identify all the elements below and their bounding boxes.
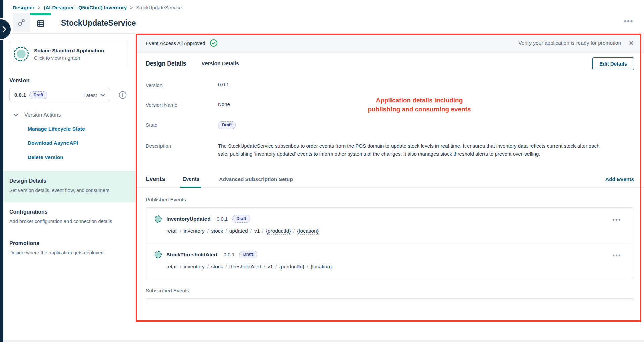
sidebar-item-promotions[interactable]: Promotions Decide where the application …	[3, 233, 136, 264]
published-event-row[interactable]: StockThresholdAlert0.0.1Draft•••retail/i…	[146, 243, 634, 279]
delete-version-link[interactable]: Delete Version	[28, 154, 136, 160]
topic-placeholder: {productId}	[279, 264, 304, 270]
event-icon	[155, 215, 162, 223]
view-tabs: StockUpdateService	[13, 13, 644, 32]
manage-lifecycle-state-link[interactable]: Manage Lifecycle State	[28, 126, 136, 132]
sidebar-item-title: Design Details	[9, 178, 126, 184]
page-bottom-strip	[3, 340, 644, 342]
event-menu-button[interactable]: •••	[612, 252, 622, 259]
close-icon[interactable]: ✕	[629, 39, 634, 47]
chevron-right-icon	[2, 26, 7, 33]
field-description: Description The StockUpdateService subsc…	[146, 142, 634, 158]
tab-graph-view[interactable]	[13, 13, 30, 32]
published-event-row[interactable]: InventoryUpdated0.0.1Draft•••retail/inve…	[146, 208, 634, 243]
plus-circle-icon	[118, 91, 127, 99]
subscribed-events-list	[146, 298, 634, 304]
sidebar-item-subtitle: Add broker configuration and connection …	[9, 218, 120, 225]
topic-segment: v1	[268, 264, 273, 269]
field-version: Version 0.0.1	[146, 82, 634, 88]
app-card-subtitle: Click to view in graph	[34, 55, 104, 61]
tab-advanced-subscription-setup[interactable]: Advanced Subscription Setup	[217, 171, 295, 187]
event-access-status: Event Access All Approved	[146, 40, 205, 46]
version-state-badge: Draft	[29, 91, 47, 99]
sidebar-item-title: Promotions	[9, 240, 126, 246]
event-state-badge: Draft	[232, 215, 250, 223]
tab-table-view[interactable]	[30, 13, 51, 32]
app-graph-card[interactable]: Solace Standard Application Click to vie…	[9, 41, 128, 67]
design-details-heading: Design Details	[146, 60, 186, 67]
topic-segment: inventory	[184, 228, 205, 234]
field-value: None	[218, 101, 230, 108]
version-dropdown[interactable]: 0.0.1 Draft Latest	[9, 88, 110, 102]
events-header: Events Events Advanced Subscription Setu…	[136, 171, 644, 188]
page-overflow-menu-button[interactable]: •••	[624, 17, 633, 25]
sidebar-item-configurations[interactable]: Configurations Add broker configuration …	[3, 202, 136, 233]
field-value: 0.0.1	[218, 82, 229, 88]
published-events-list: InventoryUpdated0.0.1Draft•••retail/inve…	[146, 207, 634, 279]
chevron-down-icon	[13, 114, 18, 117]
table-view-icon	[37, 19, 45, 28]
event-topic: retail/inventory/stock/thresholdAlert/v1…	[166, 264, 613, 270]
graph-view-icon	[17, 18, 26, 27]
event-name[interactable]: StockThresholdAlert	[166, 252, 217, 258]
description-text: The StockUpdateService subscribes to ord…	[218, 142, 609, 158]
download-asyncapi-link[interactable]: Download AsyncAPI	[28, 140, 136, 146]
topic-segment: retail	[166, 264, 178, 269]
version-actions-label: Version Actions	[24, 112, 61, 118]
chevron-down-icon	[100, 94, 105, 97]
tab-events[interactable]: Events	[180, 171, 201, 188]
designer-page: Designer > (AI-Designer - Q5uiChuf) Inve…	[0, 0, 644, 342]
add-events-button[interactable]: Add Events	[605, 176, 634, 182]
check-circle-icon	[210, 39, 218, 47]
sidebar-item-subtitle: Decide where the application gets deploy…	[9, 249, 120, 256]
version-number: 0.0.1	[14, 92, 26, 98]
topic-segment: updated	[229, 228, 248, 234]
topic-segment: v1	[254, 228, 260, 234]
sidebar-item-subtitle: Set version details, event flow, and con…	[9, 187, 120, 194]
event-topic: retail/inventory/stock/updated/v1/{produ…	[166, 228, 613, 234]
breadcrumb-designer[interactable]: Designer	[13, 5, 34, 10]
field-label: Version Name	[146, 101, 218, 108]
sidebar-item-title: Configurations	[9, 209, 126, 215]
version-latest-label: Latest	[83, 92, 97, 98]
breadcrumb-domain[interactable]: (AI-Designer - Q5uiChuf) Inventory	[44, 5, 127, 10]
topbar: Designer > (AI-Designer - Q5uiChuf) Inve…	[3, 0, 644, 34]
subscribed-events-label: Subscribed Events	[146, 288, 634, 294]
breadcrumb-current: StockUpdateService	[136, 5, 182, 10]
topic-placeholder: {location}	[297, 228, 319, 235]
field-state: State Draft	[146, 121, 634, 129]
topic-placeholder: {location}	[311, 264, 332, 270]
breadcrumb-separator: >	[38, 5, 40, 10]
field-label: Description	[146, 142, 218, 158]
app-card-title: Solace Standard Application	[34, 48, 104, 54]
topic-segment: inventory	[184, 264, 205, 269]
event-access-banner: Event Access All Approved Verify your ap…	[136, 34, 644, 53]
tab-version-details[interactable]: Version Details	[202, 60, 239, 67]
version-heading: Version	[9, 77, 136, 84]
event-state-badge: Draft	[239, 251, 257, 258]
version-actions-toggle[interactable]: Version Actions	[13, 112, 136, 118]
edit-details-button[interactable]: Edit Details	[592, 57, 634, 70]
published-events-label: Published Events	[146, 197, 634, 203]
sidebar: Solace Standard Application Click to vie…	[3, 34, 136, 342]
topic-segment: stock	[211, 264, 223, 269]
events-heading: Events	[146, 176, 165, 183]
details-header: Design Details Version Details Edit Deta…	[136, 53, 644, 74]
event-icon	[155, 251, 162, 258]
topic-segment: retail	[166, 228, 178, 234]
topic-segment: stock	[211, 228, 223, 234]
breadcrumb-separator: >	[130, 5, 133, 10]
field-label: State	[146, 121, 218, 129]
annotation-text: Application details includingpublishing …	[347, 96, 492, 113]
page-title: StockUpdateService	[61, 18, 136, 32]
promotion-verify-message: Verify your application is ready for pro…	[518, 40, 621, 46]
event-menu-button[interactable]: •••	[612, 216, 622, 223]
sidebar-item-design-details[interactable]: Design Details Set version details, even…	[3, 171, 136, 202]
event-name[interactable]: InventoryUpdated	[166, 216, 211, 222]
application-icon	[14, 47, 29, 61]
add-version-button[interactable]	[118, 91, 127, 99]
event-version: 0.0.1	[223, 252, 234, 257]
collapsed-nav-strip	[0, 0, 3, 342]
breadcrumb: Designer > (AI-Designer - Q5uiChuf) Inve…	[3, 0, 644, 10]
topic-placeholder: {productId}	[266, 228, 291, 235]
